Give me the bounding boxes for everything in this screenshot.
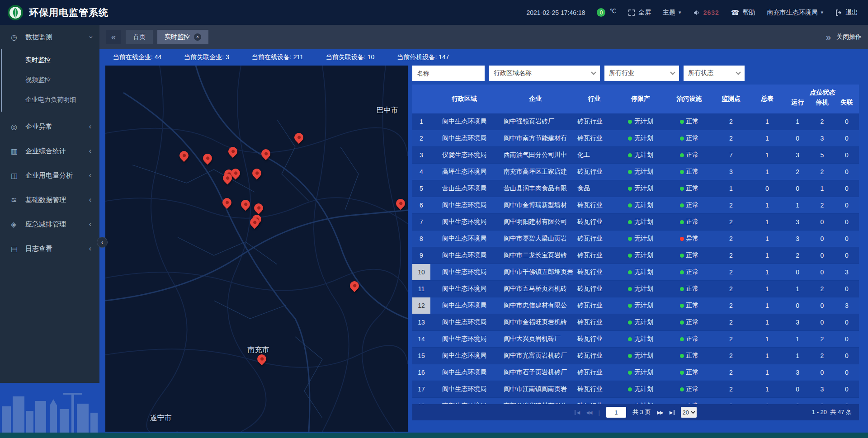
table-row[interactable]: 12 阆中生态环境局 阆中市忠信建材有限公 砖瓦行业 无计划 正常 2 1 0 … bbox=[412, 297, 859, 314]
name-filter-input[interactable] bbox=[412, 66, 485, 81]
table-row[interactable]: 18 南部生态环境局 南部县瑞华建材有限公 砖瓦行业 无计划 正常 2 1 0 … bbox=[412, 398, 859, 404]
table-row[interactable]: 13 阆中生态环境局 阆中市金福旺页岩机砖 砖瓦行业 无计划 正常 2 1 3 … bbox=[412, 314, 859, 331]
cell-facility: 正常 bbox=[665, 297, 713, 314]
chevron-icon: ‹ bbox=[89, 245, 91, 253]
sidebar-item-1[interactable]: ◎ 企业异常 ‹ bbox=[0, 114, 99, 139]
table-row[interactable]: 1 阆中生态环境局 阆中强锐页岩砖厂 砖瓦行业 无计划 正常 2 1 1 2 0 bbox=[412, 113, 859, 130]
logout-button[interactable]: 退出 bbox=[835, 9, 858, 17]
chevron-icon: ‹ bbox=[86, 36, 94, 38]
table-row[interactable]: 17 阆中生态环境局 阆中市江南镇阆南页岩 砖瓦行业 无计划 正常 2 1 0 … bbox=[412, 381, 859, 398]
table-row[interactable]: 14 阆中生态环境局 阆中大兴页岩机砖厂 砖瓦行业 无计划 正常 2 1 1 2… bbox=[412, 331, 859, 348]
cell-lost: 0 bbox=[835, 381, 859, 397]
table-row[interactable]: 3 仪陇生态环境局 西南油气田分公司川中 化工 无计划 正常 7 1 3 5 0 bbox=[412, 147, 859, 164]
sidebar-menu: ◷ 数据监测 ‹ 实时监控视频监控企业电力负荷明细 ◎ 企业异常 ‹ ▥ 企业综… bbox=[0, 25, 99, 261]
cell-region: 阆中生态环境局 bbox=[430, 281, 498, 297]
theme-menu[interactable]: 主题 ▾ bbox=[663, 9, 681, 17]
facility-status-dot bbox=[680, 287, 684, 291]
table-row[interactable]: 8 阆中生态环境局 阆中市枣碧大梁山页岩 砖瓦行业 无计划 异常 2 1 3 0… bbox=[412, 231, 859, 247]
page-prev-button[interactable]: ◀◀ bbox=[586, 410, 592, 415]
cell-industry: 砖瓦行业 bbox=[573, 130, 616, 146]
cell-limit: 无计划 bbox=[616, 231, 665, 247]
cell-lost: 0 bbox=[835, 348, 859, 364]
cell-stop: 0 bbox=[810, 231, 834, 247]
region-filter-select[interactable]: 行政区域名称 bbox=[489, 66, 600, 81]
facility-status-dot bbox=[680, 153, 684, 157]
tabs-scroll-left-button[interactable]: « bbox=[106, 30, 121, 44]
cell-company: 阆中市金福旺页岩机砖 bbox=[498, 314, 573, 330]
page-size-select[interactable]: 20 bbox=[681, 407, 697, 418]
brand: 环保用电监管系统 bbox=[0, 5, 190, 21]
table-row[interactable]: 7 阆中生态环境局 阆中明阳建材有限公司 砖瓦行业 无计划 正常 2 1 3 0… bbox=[412, 214, 859, 231]
close-operations-button[interactable]: 关闭操作 bbox=[836, 33, 862, 41]
page-number-input[interactable] bbox=[606, 407, 626, 418]
help-label: 帮助 bbox=[742, 9, 755, 17]
table-row[interactable]: 11 阆中生态环境局 阆中市五马桥页岩机砖 砖瓦行业 无计划 正常 2 1 1 … bbox=[412, 281, 859, 297]
sidebar-item-3[interactable]: ◫ 企业用电量分析 ‹ bbox=[0, 163, 99, 188]
cell-industry: 砖瓦行业 bbox=[573, 247, 616, 264]
cell-index: 15 bbox=[412, 348, 430, 364]
page-next-button[interactable]: ▶▶ bbox=[657, 410, 663, 415]
help-button[interactable]: ☎ 帮助 bbox=[731, 9, 755, 17]
table-row[interactable]: 10 阆中生态环境局 阆中市千佛镇五郎垭页岩 砖瓦行业 无计划 正常 2 1 0… bbox=[412, 264, 859, 281]
cell-run: 3 bbox=[785, 314, 810, 330]
cell-limit: 无计划 bbox=[616, 281, 665, 297]
table-row[interactable]: 6 阆中生态环境局 阆中市金博瑞新型墙材 砖瓦行业 无计划 正常 2 1 1 2… bbox=[412, 197, 859, 214]
cell-run: 2 bbox=[785, 247, 810, 264]
tab-home[interactable]: 首页 bbox=[126, 30, 153, 44]
cell-region: 阆中生态环境局 bbox=[430, 247, 498, 264]
limit-status-dot bbox=[628, 270, 632, 274]
cell-stop: 0 bbox=[810, 264, 834, 280]
status-filter-select[interactable]: 所有状态 bbox=[684, 66, 745, 81]
cell-industry: 砖瓦行业 bbox=[573, 264, 616, 280]
sidebar-item-4[interactable]: ≋ 基础数据管理 ‹ bbox=[0, 188, 99, 212]
table-row[interactable]: 9 阆中生态环境局 阆中市二龙长宝页岩砖 砖瓦行业 无计划 正常 2 1 2 0… bbox=[412, 247, 859, 264]
limit-status-dot bbox=[628, 153, 632, 157]
cell-company: 阆中强锐页岩砖厂 bbox=[498, 113, 573, 130]
table-row[interactable]: 4 高坪生态环境局 南充市高坪区王家店建 砖瓦行业 无计划 正常 3 1 2 2… bbox=[412, 164, 859, 180]
cell-monitor: 2 bbox=[713, 214, 749, 230]
pin-icon bbox=[292, 131, 305, 143]
sidebar-subitem-0-0[interactable]: 实时监控 bbox=[0, 50, 99, 70]
pin-icon bbox=[259, 147, 272, 160]
table-row[interactable]: 15 阆中生态环境局 阆中市光富页岩机砖厂 砖瓦行业 无计划 正常 2 1 1 … bbox=[412, 348, 859, 364]
cell-industry: 化工 bbox=[573, 147, 616, 163]
cell-meter: 1 bbox=[749, 381, 785, 397]
tabs-scroll-right-button[interactable]: » bbox=[826, 32, 831, 42]
cell-meter: 1 bbox=[749, 364, 785, 381]
fullscreen-button[interactable]: 全屏 bbox=[628, 9, 651, 17]
cell-company: 阆中市枣碧大梁山页岩 bbox=[498, 231, 573, 247]
cell-limit: 无计划 bbox=[616, 348, 665, 364]
page-first-button[interactable]: ◀ bbox=[575, 410, 580, 415]
tab-realtime-monitor[interactable]: 实时监控 × bbox=[157, 30, 208, 44]
chevron-icon: ‹ bbox=[89, 196, 91, 204]
sidebar-subitem-0-2[interactable]: 企业电力负荷明细 bbox=[0, 90, 99, 110]
notice-button[interactable]: 2632 bbox=[693, 9, 719, 16]
cell-industry: 砖瓦行业 bbox=[573, 314, 616, 330]
header-industry: 行业 bbox=[573, 85, 616, 113]
cell-region: 阆中生态环境局 bbox=[430, 348, 498, 364]
sidebar-item-5[interactable]: ◈ 应急减排管理 ‹ bbox=[0, 212, 99, 236]
cell-run: 0 bbox=[785, 130, 810, 146]
cell-facility: 正常 bbox=[665, 130, 713, 146]
table-row[interactable]: 16 阆中生态环境局 阆中市石子页岩机砖厂 砖瓦行业 无计划 正常 2 1 3 … bbox=[412, 364, 859, 381]
map[interactable]: 巴中市南充市遂宁市 bbox=[105, 66, 408, 432]
cell-company: 营山县润丰肉食品有限 bbox=[498, 180, 573, 197]
page-last-button[interactable]: ▶ bbox=[670, 410, 675, 415]
industry-filter-select[interactable]: 所有行业 bbox=[604, 66, 679, 81]
emergency-icon: ◈ bbox=[11, 220, 21, 229]
tab-close-icon[interactable]: × bbox=[194, 33, 201, 41]
cell-region: 阆中生态环境局 bbox=[430, 314, 498, 330]
table-row[interactable]: 5 营山生态环境局 营山县润丰肉食品有限 食品 无计划 正常 1 0 0 1 0 bbox=[412, 180, 859, 197]
cell-facility: 正常 bbox=[665, 197, 713, 213]
sidebar-subitem-0-1[interactable]: 视频监控 bbox=[0, 70, 99, 90]
map-collapse-button[interactable]: ‹ bbox=[97, 237, 108, 248]
tab-label: 首页 bbox=[133, 33, 146, 41]
sidebar-item-0[interactable]: ◷ 数据监测 ‹ bbox=[0, 25, 99, 49]
table-row[interactable]: 2 阆中生态环境局 阆中市南方节能建材有 砖瓦行业 无计划 正常 2 1 0 3… bbox=[412, 130, 859, 147]
cell-lost: 3 bbox=[835, 264, 859, 280]
cell-stop: 0 bbox=[810, 314, 834, 330]
logout-icon bbox=[835, 9, 842, 16]
sidebar-item-2[interactable]: ▥ 企业综合统计 ‹ bbox=[0, 139, 99, 163]
sidebar-item-6[interactable]: ▤ 日志查看 ‹ bbox=[0, 236, 99, 261]
org-menu[interactable]: 南充市生态环境局 ▾ bbox=[767, 9, 823, 17]
